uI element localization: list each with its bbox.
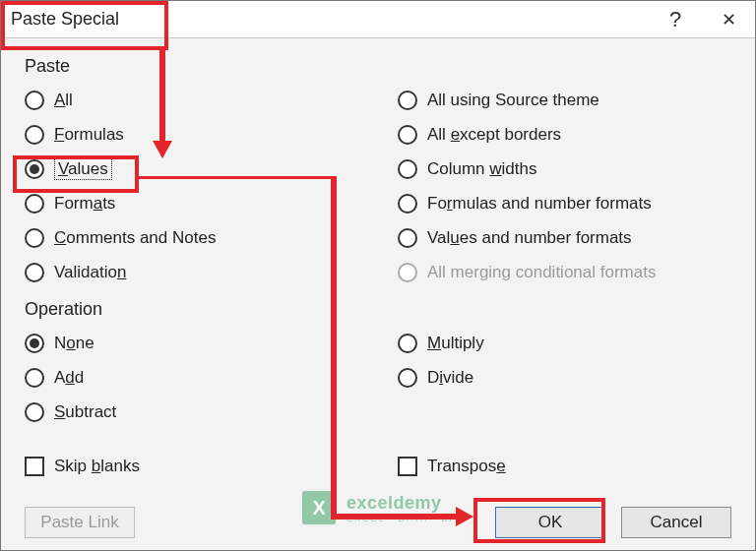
radio-multiply[interactable]: Multiply (398, 326, 731, 360)
radio-label: Values (54, 158, 112, 180)
radio-label: Column widths (427, 159, 537, 179)
ok-button[interactable]: OK (495, 507, 605, 538)
cancel-button[interactable]: Cancel (621, 507, 731, 538)
radio-all-using-source-theme[interactable]: All using Source theme (398, 83, 731, 117)
radio-all-except-borders[interactable]: All except borders (398, 117, 731, 152)
bottom-checks: Skip blanks Transpose (25, 449, 731, 483)
radio-icon (25, 159, 44, 179)
radio-column-widths[interactable]: Column widths (398, 152, 731, 186)
radio-all[interactable]: All (25, 83, 358, 117)
radio-icon (25, 402, 44, 422)
skip-blanks-label: Skip blanks (54, 457, 140, 476)
radio-label: None (54, 334, 94, 353)
radio-comments-and-notes[interactable]: Comments and Notes (25, 220, 358, 255)
radio-icon (25, 194, 44, 214)
close-button[interactable]: ✕ (702, 1, 755, 38)
radio-icon (25, 263, 44, 282)
radio-subtract[interactable]: Subtract (25, 395, 358, 429)
radio-icon (25, 228, 44, 248)
skip-blanks-checkbox[interactable]: Skip blanks (25, 449, 358, 483)
radio-label: Formulas (54, 125, 124, 145)
radio-none[interactable]: None (25, 326, 358, 360)
radio-values[interactable]: Values (25, 152, 358, 186)
radio-icon (398, 368, 417, 388)
radio-label: Formulas and number formats (427, 194, 652, 214)
radio-icon (398, 263, 417, 282)
checkbox-icon (398, 457, 417, 476)
radio-label: Validation (54, 263, 126, 282)
radio-label: All merging conditional formats (427, 263, 656, 282)
radio-icon (25, 91, 44, 110)
radio-add[interactable]: Add (25, 360, 358, 395)
radio-all-merging-conditional-formats: All merging conditional formats (398, 255, 731, 289)
button-row: Paste Link OK Cancel (1, 507, 755, 538)
radio-icon (25, 334, 44, 353)
paste-link-button: Paste Link (25, 507, 135, 538)
radio-icon (25, 125, 44, 145)
transpose-label: Transpose (427, 457, 506, 476)
radio-icon (398, 194, 417, 214)
radio-label: All (54, 91, 73, 110)
radio-label: Subtract (54, 402, 116, 422)
radio-formats[interactable]: Formats (25, 186, 358, 220)
help-button[interactable]: ? (649, 1, 702, 38)
operation-group-label: Operation (25, 299, 731, 320)
radio-label: All except borders (427, 125, 561, 145)
radio-values-and-number-formats[interactable]: Values and number formats (398, 220, 731, 255)
radio-icon (398, 334, 417, 353)
radio-label: Values and number formats (427, 228, 632, 248)
paste-options: AllFormulasValuesFormatsComments and Not… (25, 83, 731, 289)
paste-special-dialog: Paste Special ? ✕ Paste AllFormulasValue… (0, 0, 756, 551)
radio-label: Formats (54, 194, 115, 214)
radio-icon (398, 159, 417, 179)
radio-label: All using Source theme (427, 91, 599, 110)
radio-formulas-and-number-formats[interactable]: Formulas and number formats (398, 186, 731, 220)
radio-formulas[interactable]: Formulas (25, 117, 358, 152)
radio-icon (25, 368, 44, 388)
title-bar: Paste Special ? ✕ (1, 1, 755, 38)
transpose-checkbox[interactable]: Transpose (398, 449, 731, 483)
paste-group-label: Paste (25, 56, 731, 77)
close-icon: ✕ (722, 9, 736, 31)
radio-label: Multiply (427, 334, 484, 353)
radio-icon (398, 228, 417, 248)
radio-icon (398, 91, 417, 110)
radio-label: Add (54, 368, 84, 388)
radio-label: Divide (427, 368, 473, 388)
checkbox-icon (25, 457, 44, 476)
radio-validation[interactable]: Validation (25, 255, 358, 289)
radio-divide[interactable]: Divide (398, 360, 731, 395)
operation-options: NoneAddSubtract MultiplyDivide (25, 326, 731, 429)
dialog-content: Paste AllFormulasValuesFormatsComments a… (1, 38, 755, 483)
radio-label: Comments and Notes (54, 228, 216, 248)
window-title: Paste Special (1, 5, 129, 33)
radio-icon (398, 125, 417, 145)
